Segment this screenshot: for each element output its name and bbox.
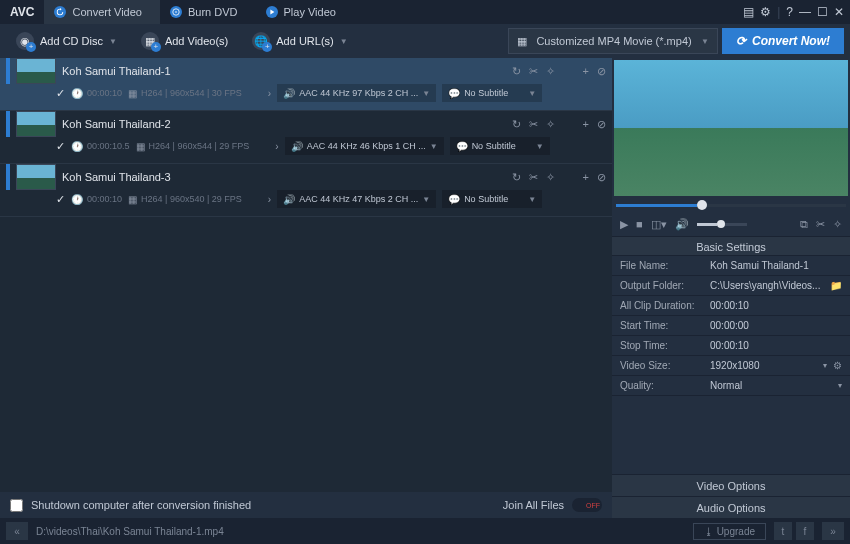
facebook-icon[interactable]: f [796,522,814,540]
audio-icon: 🔊 [291,141,303,152]
add-icon[interactable]: + [583,65,589,78]
tab-play-video[interactable]: Play Video [256,0,354,24]
video-size-select[interactable]: Video Size:1920x1080▾⚙ [612,356,850,376]
subtitle-select[interactable]: 💬No Subtitle▼ [450,137,550,155]
list-item[interactable]: Koh Samui Thailand-2↻✂✧+⊘✓🕐00:00:10.5▦H2… [0,111,612,164]
add-videos-button[interactable]: ▦ Add Video(s) [131,28,238,54]
basic-settings: File Name:Koh Samui Thailand-1 Output Fo… [612,256,850,396]
effects-icon[interactable]: ✧ [546,65,555,78]
clock-icon: 🕐 [71,88,83,99]
file-list: Koh Samui Thailand-1↻✂✧+⊘✓🕐00:00:10▦H264… [0,58,612,492]
svg-point-1 [175,11,177,13]
refresh-icon [54,6,66,18]
shutdown-label: Shutdown computer after conversion finis… [31,499,251,511]
cut-icon[interactable]: ✂ [529,65,538,78]
cut-icon[interactable]: ✂ [816,218,825,231]
disc-plus-icon: ◉ [16,32,34,50]
shutdown-checkbox[interactable] [10,499,23,512]
check-icon[interactable]: ✓ [56,87,65,100]
app-logo: AVC [0,5,44,19]
seek-bar[interactable] [612,198,850,212]
check-icon[interactable]: ✓ [56,140,65,153]
audio-track-select[interactable]: 🔊AAC 44 KHz 97 Kbps 2 CH ...▼ [277,84,436,102]
cut-icon[interactable]: ✂ [529,171,538,184]
item-title: Koh Samui Thailand-3 [62,171,171,183]
video-preview[interactable] [614,60,848,196]
help-icon[interactable]: ? [786,5,793,19]
quality-select[interactable]: Quality:Normal▾ [612,376,850,396]
gear-icon[interactable]: ⚙ [833,360,842,371]
volume-icon[interactable]: 🔊 [675,218,689,231]
remove-icon[interactable]: ⊘ [597,171,606,184]
maximize-icon[interactable]: ☐ [817,5,828,19]
folder-icon[interactable]: 📁 [830,280,842,291]
item-marker [6,58,10,84]
file-list-pane: Koh Samui Thailand-1↻✂✧+⊘✓🕐00:00:10▦H264… [0,58,612,518]
video-options-button[interactable]: Video Options [612,474,850,496]
add-icon[interactable]: + [583,118,589,131]
chevron-right-icon[interactable]: › [268,194,271,205]
audio-options-button[interactable]: Audio Options [612,496,850,518]
upgrade-button[interactable]: ⭳ Upgrade [693,523,766,540]
refresh-icon[interactable]: ↻ [512,118,521,131]
audio-track-select[interactable]: 🔊AAC 44 KHz 46 Kbps 1 CH ...▼ [285,137,444,155]
refresh-icon[interactable]: ↻ [512,65,521,78]
seek-thumb[interactable] [697,200,707,210]
settings-icon[interactable]: ⚙ [760,5,771,19]
volume-slider[interactable] [697,223,747,226]
subtitle-select[interactable]: 💬No Subtitle▼ [442,84,542,102]
subtitle-icon: 💬 [448,88,460,99]
toolbar: ◉ Add CD Disc ▼ ▦ Add Video(s) 🌐 Add URL… [0,24,850,58]
check-icon[interactable]: ✓ [56,193,65,206]
audio-track-select[interactable]: 🔊AAC 44 KHz 47 Kbps 2 CH ...▼ [277,190,436,208]
add-cd-disc-button[interactable]: ◉ Add CD Disc ▼ [6,28,127,54]
twitter-icon[interactable]: t [774,522,792,540]
minimize-icon[interactable]: — [799,5,811,19]
tab-convert-video[interactable]: Convert Video [44,0,160,24]
loop-icon[interactable]: ⧉ [800,218,808,231]
add-urls-button[interactable]: 🌐 Add URL(s) ▼ [242,28,357,54]
stop-button[interactable]: ■ [636,218,643,230]
effects-icon[interactable]: ✧ [546,118,555,131]
collapse-left-button[interactable]: « [6,522,28,540]
item-title: Koh Samui Thailand-2 [62,118,171,130]
tab-label: Convert Video [72,6,142,18]
collapse-right-button[interactable]: » [822,522,844,540]
codec-info: H264 | 960x540 | 29 FPS [141,194,242,204]
refresh-icon[interactable]: ↻ [512,171,521,184]
close-icon[interactable]: ✕ [834,5,844,19]
add-icon[interactable]: + [583,171,589,184]
cut-icon[interactable]: ✂ [529,118,538,131]
list-item[interactable]: Koh Samui Thailand-3↻✂✧+⊘✓🕐00:00:10▦H264… [0,164,612,217]
basic-settings-header: Basic Settings [612,236,850,256]
playback-controls: ▶ ■ ◫▾ 🔊 ⧉ ✂ ✧ [612,212,850,236]
subtitle-select[interactable]: 💬No Subtitle▼ [442,190,542,208]
join-files-toggle[interactable]: OFF [572,498,602,512]
clock-icon: 🕐 [71,194,83,205]
codec-info: H264 | 960x544 | 29 FPS [149,141,250,151]
statusbar: « D:\videos\Thai\Koh Samui Thailand-1.mp… [0,518,850,544]
duration: 00:00:10.5 [87,141,130,151]
thumbnail [16,111,56,137]
thumbnail [16,58,56,84]
film-icon: ▦ [128,194,137,205]
snapshot-button[interactable]: ◫▾ [651,218,667,231]
output-format-select[interactable]: ▦ Customized MP4 Movie (*.mp4) ▼ [508,28,718,54]
crop-icon[interactable]: ✧ [833,218,842,231]
convert-now-button[interactable]: ⟳ Convert Now! [722,28,844,54]
duration: 00:00:10 [87,88,122,98]
remove-icon[interactable]: ⊘ [597,65,606,78]
chevron-right-icon[interactable]: › [268,88,271,99]
menu-icon[interactable]: ▤ [743,5,754,19]
duration: 00:00:10 [87,194,122,204]
effects-icon[interactable]: ✧ [546,171,555,184]
item-title: Koh Samui Thailand-1 [62,65,171,77]
chevron-down-icon: ▼ [701,37,709,46]
tab-burn-dvd[interactable]: Burn DVD [160,0,256,24]
remove-icon[interactable]: ⊘ [597,118,606,131]
audio-icon: 🔊 [283,88,295,99]
list-item[interactable]: Koh Samui Thailand-1↻✂✧+⊘✓🕐00:00:10▦H264… [0,58,612,111]
output-folder-row[interactable]: Output Folder:C:\Users\yangh\Videos...📁 [612,276,850,296]
play-button[interactable]: ▶ [620,218,628,231]
chevron-right-icon[interactable]: › [275,141,278,152]
